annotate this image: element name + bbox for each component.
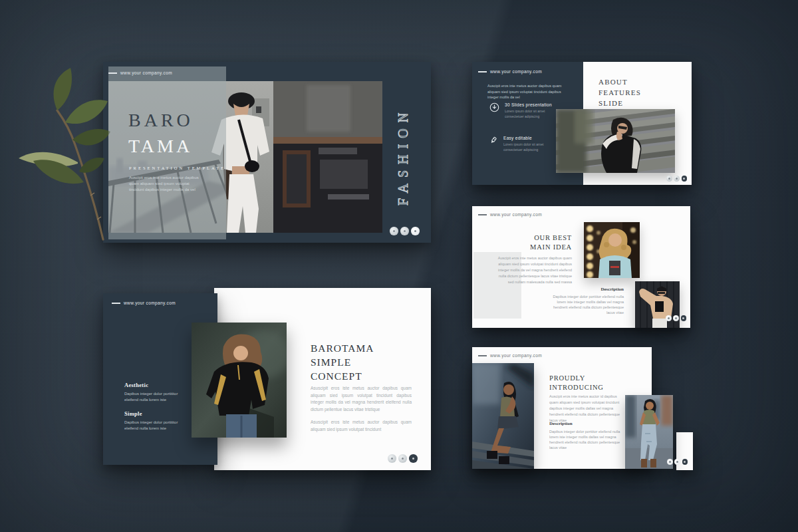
concept-body-text-2: Asuscipit eros iste metus auctor dapibus… (311, 419, 412, 433)
man-raised-arm-photo (635, 281, 680, 328)
feature-text: 30 Slides presentation Lorem ipsum dolor… (505, 102, 553, 119)
leaf (53, 68, 71, 110)
concept-section-title: Simple (124, 410, 142, 417)
pager-dot-active (681, 315, 687, 321)
cover-subtitle: PRESENTATION TEMPLATE (129, 166, 225, 170)
pagination-dots (666, 315, 686, 321)
feature-item-editable: Easy editable Lorem ipsum dolor sit amet… (488, 136, 551, 152)
dash-icon (108, 72, 117, 74)
pager-dot (666, 176, 672, 182)
pager-dot-active (411, 227, 420, 235)
concept-section-desc: Dapibus integer dolor portititor eleifen… (124, 420, 188, 431)
website-text: www.your company.com (124, 301, 176, 305)
about-title-line: ABOUT (598, 76, 641, 87)
idea-body-text: Auscipit eros inte metus auctor dapibus … (495, 255, 572, 285)
cover-title-baro: BARO (128, 110, 194, 131)
feature-title: Easy editable (503, 136, 551, 140)
dash-icon (112, 303, 120, 304)
about-photo (556, 109, 675, 173)
pager-dot (390, 227, 398, 235)
feature-title: 30 Slides presentation (505, 102, 553, 107)
cover-body-text: Auscipit eros inte metus auctor dapibus … (129, 175, 203, 193)
concept-title: BAROTAMA SIMPLE CONCEPT (311, 341, 374, 383)
pager-dot-active (682, 459, 688, 465)
introducing-body-text: Auscipit eros inte metus auctor id dapib… (549, 394, 621, 424)
website-text: www.your company.com (120, 70, 172, 75)
pager-dot (674, 176, 680, 182)
pager-dot (398, 454, 407, 463)
pagination-dots (666, 176, 687, 182)
plant-branch (9, 64, 120, 243)
feature-desc: Lorem ipsum dolor sit amet consectetuer … (505, 109, 553, 119)
idea-photo-man (635, 281, 680, 328)
pager-dot (673, 315, 679, 321)
website-label: www.your company.com (478, 69, 542, 74)
about-title: ABOUT FEATURES SLIDE (598, 76, 641, 108)
slide-cover: www.your company.com BARO TAMA PRESENTAT… (103, 62, 431, 243)
feature-item-slides: 30 Slides presentation Lorem ipsum dolor… (489, 102, 553, 119)
pager-dot (388, 454, 396, 463)
edit-icon (488, 136, 498, 146)
pagination-dots (667, 459, 688, 465)
cover-side-label-fashion: FASHION (396, 93, 412, 219)
dash-icon (478, 214, 487, 215)
pager-dot-active (409, 454, 418, 463)
concept-section-desc: Dapibus integer dolor portititor eleifen… (124, 391, 188, 402)
pagination-dots (388, 454, 418, 463)
about-intro-text: Auscipit eros inte metus auctor dapibus … (487, 83, 571, 100)
cover-title-tama: TAMA (128, 136, 192, 157)
concept-body-text-1: Asuscipit eros iste metus auctor dapibus… (311, 385, 412, 413)
slide-proudly-introducing: www.your company.com (472, 347, 693, 470)
website-text: www.your company.com (490, 212, 542, 217)
concept-title-line: BAROTAMA (311, 341, 374, 355)
website-label: www.your company.com (478, 212, 542, 217)
dash-icon (478, 355, 487, 356)
idea-description-text: Dapibus integer dolor porttitor eleifend… (551, 294, 624, 315)
pager-dot (674, 459, 680, 465)
leaf (72, 129, 110, 146)
idea-title: OUR BEST MAIN IDEA (485, 233, 572, 251)
introducing-description-label: Description (549, 421, 573, 426)
website-label: www.your company.com (478, 353, 542, 358)
pager-dot (400, 227, 409, 235)
slide-main-idea: www.your company.com OUR BEST MAIN IDEA … (472, 206, 690, 328)
website-label: www.your company.com (112, 301, 176, 305)
website-label: www.your company.com (108, 70, 172, 75)
woman-on-steps-photo (472, 363, 534, 469)
feature-text: Easy editable Lorem ipsum dolor sit amet… (503, 136, 551, 152)
pager-dot (666, 315, 672, 321)
introducing-title-line: PROUDLY (549, 374, 604, 383)
pager-dot-active (682, 176, 688, 182)
leaf (65, 100, 108, 124)
concept-title-line: SIMPLE (311, 355, 374, 369)
introducing-title-line: INTRODUCING (549, 383, 604, 392)
introducing-photo-standing (625, 395, 673, 469)
concept-title-line: CONCEPT (311, 369, 374, 383)
about-title-line: FEATURES (598, 87, 641, 98)
idea-title-line: OUR BEST (485, 233, 572, 243)
concept-section-title: Aesthetic (124, 382, 148, 388)
template-mockup-canvas: www.your company.com BARO TAMA PRESENTAT… (0, 0, 798, 532)
slide-about-features: www.your company.com Auscipit eros inte … (472, 62, 692, 185)
feature-desc: Lorem ipsum dolor sit amet consectetuer … (503, 142, 551, 152)
introducing-title: PROUDLY INTRODUCING (549, 374, 604, 392)
pagination-dots (390, 227, 420, 235)
idea-photo-portrait (584, 222, 640, 278)
website-text: www.your company.com (490, 69, 542, 74)
idea-description-label: Description (551, 287, 624, 292)
slide-simple-concept: www.your company.com Aesthetic Dapibus i… (103, 288, 431, 470)
street-fashion-photo (625, 395, 673, 469)
introducing-description-text: Dapibus integer dolor porttitor eleifend… (549, 429, 621, 450)
introducing-photo-sitting (472, 363, 534, 469)
website-text: www.your company.com (490, 353, 542, 358)
download-icon (489, 102, 499, 112)
idea-title-line: MAIN IDEA (485, 243, 572, 252)
bokeh-portrait-photo (584, 222, 640, 278)
about-title-line: SLIDE (598, 98, 641, 108)
steps-fashion-photo (556, 109, 675, 173)
hoodie-portrait-photo (192, 323, 287, 438)
dash-icon (478, 71, 487, 72)
pager-dot (667, 459, 673, 465)
concept-photo (192, 323, 287, 438)
